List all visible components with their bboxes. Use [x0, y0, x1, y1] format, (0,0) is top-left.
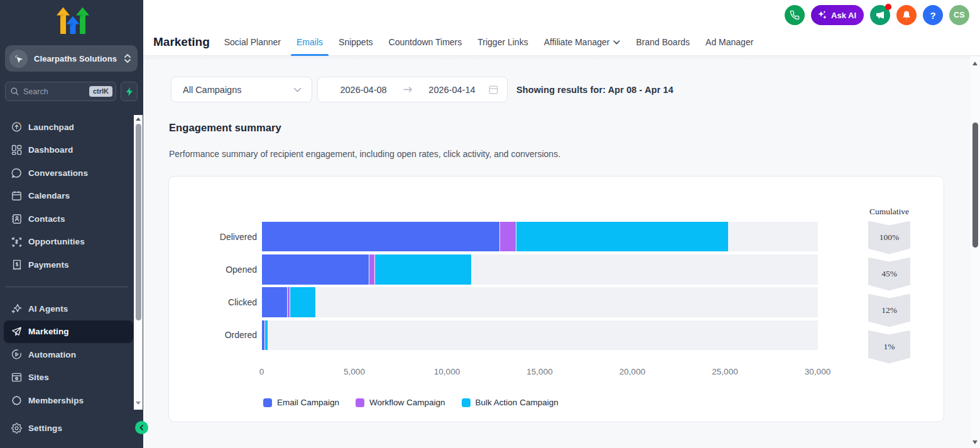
sidebar-divider: [5, 287, 128, 287]
paper-plane-icon: [11, 326, 22, 337]
avatar-initials: CS: [954, 11, 965, 19]
date-end-value[interactable]: 2026-04-14: [415, 85, 489, 95]
organization-cursor-icon: [9, 50, 28, 68]
sidebar-scrollbar-thumb[interactable]: [136, 124, 141, 320]
sidebar-nav: LaunchpadDashboardConversationsCalendars…: [0, 115, 143, 410]
tab-emails[interactable]: Emails: [297, 30, 323, 55]
search-input[interactable]: Search ctrlK: [5, 82, 116, 101]
sidebar-scroll-down-arrow-icon[interactable]: [136, 402, 141, 405]
sidebar-item-calendars[interactable]: Calendars: [0, 185, 133, 207]
megaphone-icon: [875, 10, 885, 20]
sidebar-collapse-button[interactable]: [135, 421, 148, 434]
engagement-chart-card: DeliveredOpenedClickedOrdered05,00010,00…: [168, 176, 944, 422]
notifications-button[interactable]: [896, 5, 917, 25]
sidebar-item-memberships[interactable]: Memberships: [0, 389, 133, 410]
calendar-icon: [11, 190, 22, 201]
section-description: Performance summary of recipient engagem…: [169, 149, 560, 159]
ask-ai-button[interactable]: Ask AI: [811, 5, 864, 25]
sidebar-item-marketing[interactable]: Marketing: [4, 320, 133, 343]
opportunities-icon: [11, 236, 22, 247]
help-button[interactable]: ?: [923, 5, 943, 25]
tab-trigger-links[interactable]: Trigger Links: [477, 30, 528, 55]
bar-segment-workflow-campaign[interactable]: [369, 254, 374, 284]
title-row: Marketing Social PlannerEmailsSnippetsCo…: [153, 30, 753, 55]
sidebar-item-launchpad[interactable]: Launchpad: [0, 116, 133, 138]
x-axis-tick-label: 30,000: [805, 367, 830, 376]
quick-actions-button[interactable]: [121, 82, 138, 101]
bar-segment-bulk-action-campaign[interactable]: [516, 222, 728, 251]
tab-label: Affiliate Manager: [544, 37, 610, 47]
tab-ad-manager[interactable]: Ad Manager: [705, 30, 753, 55]
legend-item-workflow-campaign[interactable]: Workflow Campaign: [356, 398, 445, 407]
sidebar-scrollbar[interactable]: [134, 115, 143, 410]
sidebar-item-settings[interactable]: Settings: [0, 417, 133, 439]
legend-label: Workflow Campaign: [369, 398, 445, 407]
bar-segment-email-campaign[interactable]: [262, 222, 499, 251]
sidebar-item-label: Sites: [28, 373, 49, 382]
legend-item-bulk-action-campaign[interactable]: Bulk Action Campaign: [462, 398, 558, 407]
legend-item-email-campaign[interactable]: Email Campaign: [263, 398, 339, 407]
sidebar-scroll-up-arrow-icon[interactable]: [136, 117, 141, 121]
announcements-button[interactable]: [870, 5, 890, 25]
lightning-bolt-icon: [126, 87, 133, 96]
bell-icon: [901, 10, 912, 21]
search-shortcut-badge: ctrlK: [89, 86, 112, 97]
address-book-icon: [11, 214, 22, 224]
sidebar-item-label: Conversations: [28, 168, 88, 178]
tab-social-planner[interactable]: Social Planner: [224, 30, 281, 55]
bar-segment-workflow-campaign[interactable]: [288, 287, 290, 317]
sidebar-item-opportunities[interactable]: Opportunities: [0, 231, 133, 253]
scroll-up-arrow-icon[interactable]: [972, 62, 977, 65]
launchpad-icon: [11, 122, 22, 133]
tab-label: Brand Boards: [636, 37, 690, 47]
x-axis-tick-label: 10,000: [434, 367, 460, 376]
play-circle-icon: [11, 349, 22, 360]
bar-segment-bulk-action-campaign[interactable]: [375, 254, 471, 284]
calendar-icon: [489, 85, 498, 94]
chart-category-label: Delivered: [169, 232, 257, 242]
question-mark-icon: ?: [930, 10, 935, 21]
sidebar-item-automation[interactable]: Automation: [0, 343, 133, 366]
bar-segment-bulk-action-campaign[interactable]: [290, 287, 315, 317]
page-scrollbar[interactable]: [970, 57, 980, 448]
sidebar-item-ai-agents[interactable]: AI Agents: [0, 297, 133, 320]
phone-button[interactable]: [785, 5, 805, 25]
organization-switcher[interactable]: Clearpaths Solutions: [5, 45, 138, 72]
sidebar-item-conversations[interactable]: Conversations: [0, 161, 133, 184]
bar-segment-email-campaign[interactable]: [262, 287, 288, 317]
x-axis-tick-label: 0: [259, 367, 264, 376]
content-area: All Campaigns 2026-04-08 2026-04-14 Show…: [143, 57, 980, 448]
bar-segment-email-campaign[interactable]: [262, 320, 265, 350]
tab-snippets[interactable]: Snippets: [339, 30, 373, 55]
search-placeholder: Search: [23, 87, 89, 96]
sidebar-item-label: Contacts: [28, 214, 65, 224]
bar-segment-workflow-campaign[interactable]: [500, 222, 516, 251]
user-avatar[interactable]: CS: [949, 5, 969, 25]
marketing-tabs: Social PlannerEmailsSnippetsCountdown Ti…: [224, 30, 754, 55]
bar-segment-email-campaign[interactable]: [262, 254, 369, 284]
bar-segment-bulk-action-campaign[interactable]: [265, 320, 268, 350]
page-scrollbar-thumb[interactable]: [972, 123, 978, 248]
scroll-down-arrow-icon[interactable]: [972, 440, 977, 444]
gohighlevel-logo-icon: [57, 6, 89, 36]
campaign-select-value: All Campaigns: [183, 85, 293, 95]
sidebar-item-dashboard[interactable]: Dashboard: [0, 139, 133, 161]
cumulative-badge-ordered: 1%: [868, 331, 910, 364]
tab-label: Countdown Timers: [389, 37, 462, 47]
tab-countdown-timers[interactable]: Countdown Timers: [389, 30, 462, 55]
ask-ai-label: Ask AI: [831, 11, 856, 20]
campaign-select[interactable]: All Campaigns: [171, 77, 312, 102]
x-axis-tick-label: 20,000: [619, 367, 645, 376]
sidebar-item-contacts[interactable]: Contacts: [0, 207, 133, 230]
legend-swatch: [462, 398, 471, 407]
phone-icon: [790, 10, 800, 20]
tab-brand-boards[interactable]: Brand Boards: [636, 30, 690, 55]
arrow-right-icon: [400, 86, 415, 93]
date-start-value[interactable]: 2026-04-08: [327, 85, 400, 95]
sidebar-item-label: Launchpad: [28, 123, 74, 132]
sidebar-search-row: Search ctrlK: [5, 82, 138, 101]
date-range-picker[interactable]: 2026-04-08 2026-04-14: [317, 77, 508, 102]
sidebar-item-sites[interactable]: Sites: [0, 366, 133, 389]
sidebar-item-payments[interactable]: Payments: [0, 253, 133, 276]
tab-affiliate-manager[interactable]: Affiliate Manager: [544, 30, 621, 55]
